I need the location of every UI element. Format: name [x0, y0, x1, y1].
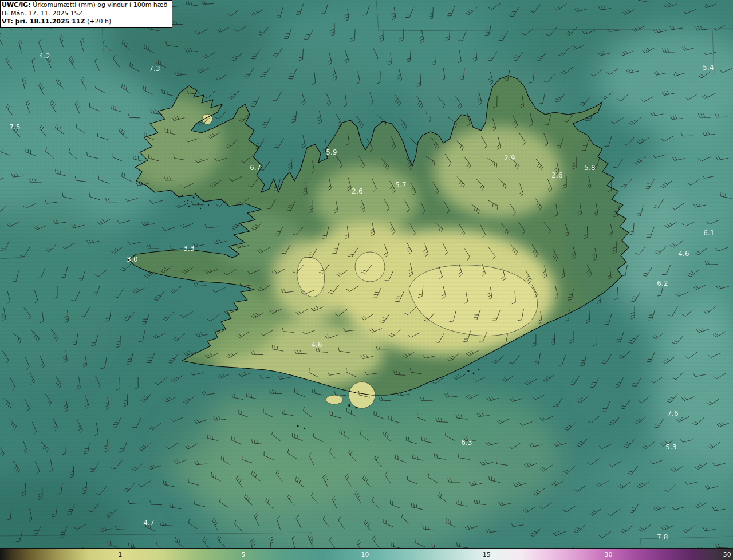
valid-offset: (+20 h) — [85, 18, 111, 25]
colorbar-tick-50: 50 — [723, 551, 731, 558]
forecast-title-box: UWC/IG: Úrkomumætti (mm) og vindur í 100… — [0, 0, 172, 28]
colorbar-tick-5: 5 — [241, 551, 245, 558]
colorbar-tick-15: 15 — [483, 551, 491, 558]
weather-map-viewport: 4.27.37.55.46.75.92.92.65.82.65.76.14.66… — [0, 0, 733, 560]
colorbar-tick-1: 1 — [118, 551, 122, 558]
product-title-line: UWC/IG: Úrkomumætti (mm) og vindur í 100… — [2, 1, 167, 10]
precipitation-wind-map — [0, 0, 733, 549]
valid-time: VT: þri. 18.11.2025 11Z — [2, 18, 85, 25]
init-time-line: IT: Mán. 17. 11. 2025 15Z — [2, 10, 167, 18]
field-texture-overlay — [0, 0, 733, 549]
colorbar-tick-30: 30 — [604, 551, 612, 558]
product-title: Úrkomumætti (mm) og vindur í 100m hæð — [31, 1, 168, 9]
valid-time-line: VT: þri. 18.11.2025 11Z (+20 h) — [2, 18, 167, 26]
product-id: UWC/IG: — [2, 1, 31, 9]
colorbar-tick-10: 10 — [361, 551, 369, 558]
precipitation-colorbar: 1510153050 — [0, 548, 733, 560]
